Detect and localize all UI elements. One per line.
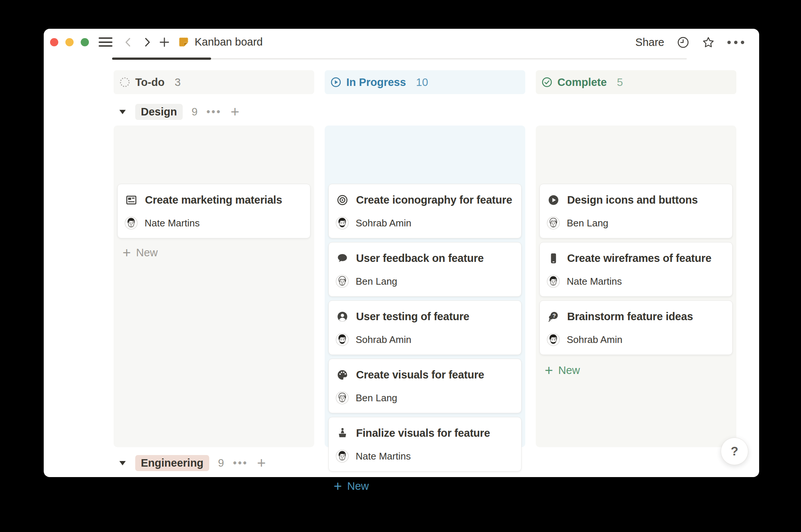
new-card-button[interactable]: + New: [123, 245, 158, 260]
group-more-icon[interactable]: •••: [233, 457, 248, 469]
card[interactable]: Create marketing materials Nate Martins: [117, 184, 310, 238]
plus-icon: +: [123, 246, 131, 259]
column-count: 5: [617, 76, 623, 89]
page-emoji-icon: [178, 37, 189, 47]
forward-icon[interactable]: [142, 37, 152, 48]
new-page-icon[interactable]: [159, 37, 170, 48]
card-title: Create visuals for feature: [356, 369, 484, 381]
column-complete: Complete 5 Design icons and buttons Ben …: [536, 70, 736, 477]
assignee-name: Ben Lang: [356, 276, 397, 287]
collapse-triangle-icon[interactable]: [119, 460, 126, 466]
column-header-in-progress[interactable]: In Progress 10: [325, 70, 525, 94]
column-header-complete[interactable]: Complete 5: [536, 70, 736, 94]
avatar: [335, 391, 349, 405]
card[interactable]: Design icons and buttons Ben Lang: [539, 184, 733, 238]
zoom-window-button[interactable]: [81, 38, 89, 46]
newspaper-icon: [126, 194, 137, 206]
assignee-name: Nate Martins: [567, 276, 622, 287]
card[interactable]: Create iconography for feature Sohrab Am…: [328, 184, 522, 238]
avatar: [547, 275, 560, 288]
column-label: In Progress: [346, 76, 406, 89]
card-title: Design icons and buttons: [567, 194, 698, 206]
dashed-circle-icon: [119, 77, 130, 88]
app-window: Kanban board Share Design 9 ••• +: [44, 29, 759, 477]
thought-bubble-icon: [548, 311, 559, 322]
check-circle-icon: [541, 77, 553, 88]
card[interactable]: User testing of feature Sohrab Amin: [328, 300, 522, 355]
page-title: Kanban board: [195, 36, 263, 48]
more-options-icon[interactable]: [727, 41, 744, 44]
card[interactable]: Create visuals for feature Ben Lang: [328, 359, 522, 413]
card[interactable]: Finalize visuals for feature Nate Martin…: [328, 417, 522, 471]
column-body-in-progress: Create iconography for feature Sohrab Am…: [325, 126, 525, 447]
palette-icon: [337, 369, 348, 381]
back-icon[interactable]: [123, 37, 133, 48]
play-circle-filled-icon: [548, 194, 559, 206]
assignee-name: Nate Martins: [356, 451, 411, 462]
column-label: To-do: [135, 76, 164, 89]
help-button[interactable]: ?: [721, 437, 748, 465]
minimize-window-button[interactable]: [65, 38, 74, 46]
column-in-progress: In Progress 10 Create iconography for fe…: [325, 70, 525, 477]
plus-icon: +: [334, 480, 342, 492]
assignee-name: Ben Lang: [567, 217, 608, 229]
new-card-button[interactable]: + New: [545, 363, 580, 378]
column-count: 3: [174, 76, 180, 89]
column-todo: To-do 3 Create marketing materials Nate …: [114, 70, 314, 477]
column-header-todo[interactable]: To-do 3: [114, 70, 314, 94]
column-label: Complete: [557, 76, 607, 89]
avatar: [335, 449, 349, 463]
user-circle-icon: [337, 311, 348, 322]
card[interactable]: User feedback on feature Ben Lang: [328, 242, 522, 297]
avatar: [335, 216, 349, 230]
new-card-button[interactable]: + New: [334, 479, 369, 494]
assignee-name: Nate Martins: [145, 217, 200, 229]
mobile-phone-icon: [548, 253, 559, 264]
assignee-name: Sohrab Amin: [567, 334, 622, 346]
share-button[interactable]: Share: [635, 36, 664, 49]
play-circle-outline-icon: [330, 77, 341, 88]
card-title: User feedback on feature: [356, 252, 484, 265]
scroll-indicator[interactable]: [112, 58, 211, 60]
card[interactable]: Brainstorm feature ideas Sohrab Amin: [539, 300, 733, 355]
card[interactable]: Create wireframes of feature Nate Martin…: [539, 242, 733, 297]
speech-bubble-icon: [337, 253, 348, 264]
card-title: Create iconography for feature: [356, 194, 512, 206]
group-pill[interactable]: Engineering: [135, 455, 209, 471]
column-count: 10: [416, 76, 428, 89]
avatar: [335, 333, 349, 346]
column-body-todo: Create marketing materials Nate Martins …: [114, 126, 314, 447]
card-title: User testing of feature: [356, 310, 469, 323]
target-icon: [337, 194, 348, 206]
star-icon[interactable]: [702, 36, 715, 49]
avatar: [547, 216, 560, 230]
assignee-name: Sohrab Amin: [356, 217, 411, 229]
card-title: Create wireframes of feature: [567, 252, 711, 265]
kanban-board: Design 9 ••• + To-do 3 Create marketing …: [114, 70, 759, 477]
group-add-icon[interactable]: +: [257, 458, 266, 468]
traffic-lights: [50, 38, 89, 46]
card-title: Brainstorm feature ideas: [567, 310, 693, 323]
card-title: Finalize visuals for feature: [356, 427, 490, 439]
assignee-name: Ben Lang: [356, 392, 397, 404]
avatar: [547, 333, 560, 346]
assignee-name: Sohrab Amin: [356, 334, 411, 346]
group-engineering[interactable]: Engineering 9 ••• +: [119, 454, 266, 471]
sidebar-toggle-icon[interactable]: [99, 37, 112, 47]
card-title: Create marketing materials: [145, 194, 282, 206]
column-body-complete: Design icons and buttons Ben Lang Create…: [536, 126, 736, 447]
group-count: 9: [218, 457, 224, 469]
close-window-button[interactable]: [50, 38, 58, 46]
paintbrush-icon: [337, 427, 348, 439]
avatar: [124, 216, 138, 230]
clock-icon[interactable]: [677, 36, 689, 49]
avatar: [335, 275, 349, 288]
plus-icon: +: [545, 364, 553, 377]
